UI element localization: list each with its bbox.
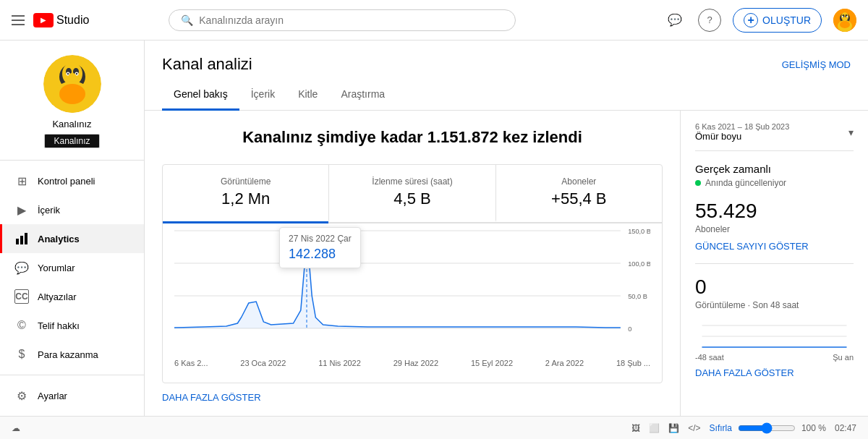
sidebar-item-settings[interactable]: ⚙ Ayarlar xyxy=(0,381,144,410)
sidebar-item-comments[interactable]: 💬 Yorumlar xyxy=(0,253,144,282)
tab-audience[interactable]: Kitle xyxy=(286,80,329,111)
topbar-right: 💬 ? + OLUŞTUR xyxy=(663,8,856,33)
zoom-reset-link[interactable]: Sıfırla xyxy=(710,423,732,433)
page-title: Kanal analizi xyxy=(162,55,252,74)
zoom-controls: Sıfırla 100 % xyxy=(710,422,826,434)
show-more-link[interactable]: DAHA FAZLA GÖSTER xyxy=(162,383,261,403)
stat-tab-views[interactable]: Görüntüleme 1,2 Mn xyxy=(163,165,328,223)
stat-tab-subs-label: Aboneler xyxy=(511,176,647,187)
stat-tab-views-label: Görüntüleme xyxy=(177,176,314,187)
search-icon: 🔍 xyxy=(181,14,193,26)
zoom-value: 100 % xyxy=(801,423,826,433)
big-stat-title: Kanalınız şimdiye kadar 1.151.872 kez iz… xyxy=(162,128,663,147)
date-range-text: 6 Kas 2021 – 18 Şub 2023 xyxy=(695,122,789,131)
sidebar-item-label: Analytics xyxy=(38,234,80,244)
code-icon: </> xyxy=(688,423,700,433)
menu-icon[interactable] xyxy=(12,15,25,25)
green-dot-icon xyxy=(695,180,701,186)
create-button[interactable]: + OLUŞTUR xyxy=(733,8,822,33)
x-label-2: 23 Oca 2022 xyxy=(240,359,286,367)
chevron-down-icon: ▾ xyxy=(848,127,854,138)
sidebar-item-content[interactable]: ▶ İçerik xyxy=(0,195,144,224)
help-icon-btn[interactable]: ? xyxy=(698,9,721,32)
svg-rect-24 xyxy=(20,236,23,244)
time-to-label: Şu an xyxy=(833,353,854,362)
time-range-bar: -48 saat Şu an xyxy=(695,353,854,362)
main-layout: Kanalınız Kanalınız ⊞ Kontrol paneli ▶ İ… xyxy=(0,41,868,416)
realtime-chart-svg xyxy=(695,322,854,351)
stat-tab-subs[interactable]: Aboneler +55,4 B xyxy=(496,165,662,222)
stat-tab-watchtime[interactable]: İzlenme süresi (saat) 4,5 B xyxy=(328,165,495,222)
clock: 02:47 xyxy=(835,423,856,433)
advanced-mode-link[interactable]: GELİŞMİŞ MOD xyxy=(782,59,851,70)
sidebar-item-feedback[interactable]: ⚑ Geri bildirim gönder xyxy=(0,410,144,416)
stats-tabs: Görüntüleme 1,2 Mn İzlenme süresi (saat)… xyxy=(163,165,662,223)
content-icon: ▶ xyxy=(14,203,29,217)
realtime-section: Gerçek zamanlı Anında güncelleniyor 55.4… xyxy=(695,150,854,263)
sidebar-profile: Kanalınız Kanalınız xyxy=(0,41,144,161)
analytics-header: Kanal analizi GELİŞMİŞ MOD xyxy=(145,41,868,74)
show-more-realtime-link[interactable]: DAHA FAZLA GÖSTER xyxy=(695,367,854,378)
app-container: Studio 🔍 💬 ? + OLUŞTUR xyxy=(0,0,868,439)
realtime-title: Gerçek zamanlı xyxy=(695,163,854,175)
svg-point-17 xyxy=(67,73,68,74)
subs-count: 55.429 xyxy=(695,200,854,223)
realtime-indicator: Anında güncelleniyor xyxy=(695,178,854,188)
x-label-7: 18 Şub ... xyxy=(616,359,650,367)
sidebar-item-copyright[interactable]: © Telif hakkı xyxy=(0,311,144,340)
search-input[interactable] xyxy=(199,14,503,26)
search-bar[interactable]: 🔍 xyxy=(169,9,516,31)
svg-point-7 xyxy=(843,17,847,20)
sidebar-nav: ⊞ Kontrol paneli ▶ İçerik Analy xyxy=(0,161,144,375)
chart-svg: 150,0 B 100,0 B 50,0 B 0 xyxy=(174,223,650,354)
svg-rect-25 xyxy=(25,233,27,244)
copyright-icon: © xyxy=(14,318,29,333)
bottombar-left: ☁ xyxy=(12,423,20,433)
content-area: Kanal analizi GELİŞMİŞ MOD Genel bakış İ… xyxy=(145,41,868,416)
avatar[interactable] xyxy=(833,9,856,32)
analytics-body: Kanalınız şimdiye kadar 1.151.872 kez iz… xyxy=(145,111,868,416)
zoom-slider[interactable] xyxy=(738,422,796,434)
svg-text:0: 0 xyxy=(628,325,631,333)
sidebar-item-dashboard[interactable]: ⊞ Kontrol paneli xyxy=(0,166,144,195)
settings-icon: ⚙ xyxy=(14,388,29,403)
analytics-right: 6 Kas 2021 – 18 Şub 2023 Ömür boyu ▾ Ger… xyxy=(680,111,868,416)
tab-overview[interactable]: Genel bakış xyxy=(162,80,239,111)
dashboard-icon: ⊞ xyxy=(14,174,29,188)
svg-point-22 xyxy=(69,73,76,77)
fullscreen-icon: ⬜ xyxy=(649,423,660,433)
bottombar: ☁ 🖼 ⬜ 💾 </> Sıfırla 100 % 02:47 xyxy=(0,416,868,439)
svg-marker-34 xyxy=(174,234,621,328)
realtime-subtitle: Anında güncelleniyor xyxy=(705,178,786,188)
topbar-left: Studio xyxy=(12,13,89,27)
sidebar-item-subtitles[interactable]: CC Altyazılar xyxy=(0,282,144,311)
sidebar-item-analytics[interactable]: Analytics xyxy=(0,224,144,253)
date-range-info: 6 Kas 2021 – 18 Şub 2023 Ömür boyu xyxy=(695,122,789,142)
svg-point-18 xyxy=(75,73,77,74)
comments-icon-btn[interactable]: 💬 xyxy=(663,9,686,32)
sidebar-item-label: Telif hakkı xyxy=(38,320,80,331)
svg-text:100,0 B: 100,0 B xyxy=(628,260,650,268)
yt-icon xyxy=(33,13,54,27)
channel-btn[interactable]: Kanalınız xyxy=(44,134,99,148)
chart-area: 150,0 B 100,0 B 50,0 B 0 xyxy=(163,223,662,383)
views-label: Görüntüleme · Son 48 saat xyxy=(695,300,854,310)
show-current-btn[interactable]: GÜNCEL SAYIYI GÖSTER xyxy=(695,241,809,252)
time-from-label: -48 saat xyxy=(695,353,724,362)
sidebar-item-monetization[interactable]: $ Para kazanma xyxy=(0,340,144,369)
profile-avatar[interactable] xyxy=(43,55,101,113)
svg-point-5 xyxy=(842,16,843,17)
cloud-icon: ☁ xyxy=(12,423,20,433)
sidebar-item-label: Ayarlar xyxy=(38,391,67,401)
sidebar-item-label: Altyazılar xyxy=(38,291,76,302)
stat-tab-subs-value: +55,4 B xyxy=(511,189,647,208)
sidebar-bottom: ⚙ Ayarlar ⚑ Geri bildirim gönder xyxy=(0,375,144,416)
tab-content[interactable]: İçerik xyxy=(239,80,286,111)
date-range-selector[interactable]: 6 Kas 2021 – 18 Şub 2023 Ömür boyu ▾ xyxy=(695,122,854,150)
youtube-logo[interactable]: Studio xyxy=(33,13,89,27)
realtime-views: 0 Görüntüleme · Son 48 saat -48 saat xyxy=(695,263,854,390)
topbar: Studio 🔍 💬 ? + OLUŞTUR xyxy=(0,0,868,41)
sidebar-item-label: Para kazanma xyxy=(38,349,98,360)
tab-research[interactable]: Araştırma xyxy=(329,80,396,111)
monetization-icon: $ xyxy=(14,347,29,362)
